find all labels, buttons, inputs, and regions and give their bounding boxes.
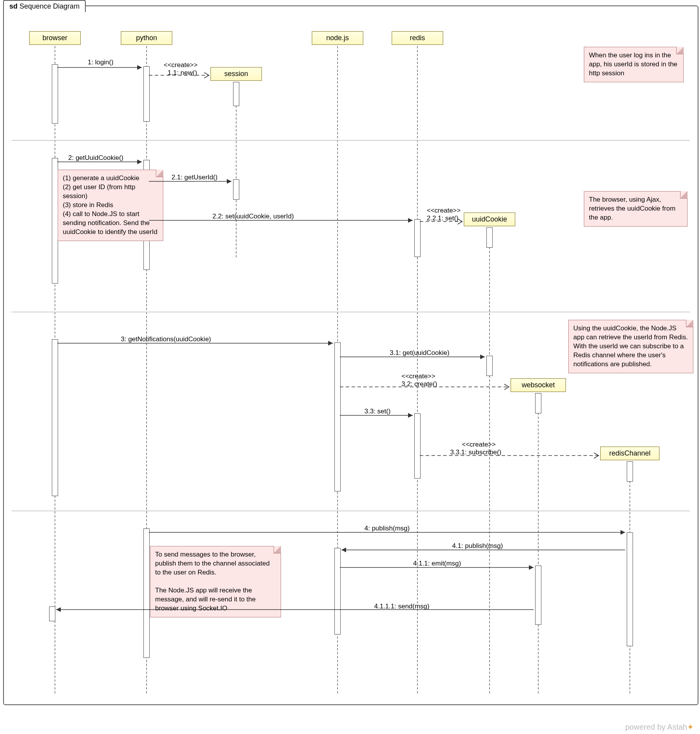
diagram-title-prefix: sd: [9, 2, 18, 10]
message-label: 2.2: set(uuidCookie, userId): [212, 213, 294, 220]
diagram-title-text: Sequence Diagram: [19, 2, 80, 10]
message-label: 2: getUuidCookie(): [68, 154, 124, 162]
lifeline-label: websocket: [521, 381, 555, 389]
diagram-title: sd Sequence Diagram: [3, 0, 86, 12]
message-label: 4: publish(msg): [364, 525, 410, 532]
activation-bar: [233, 82, 239, 106]
note-fold-icon: [156, 170, 163, 177]
activation-bar: [52, 158, 58, 284]
lifeline-label: python: [136, 34, 157, 42]
message-label: 2.1: getUserId(): [171, 174, 217, 181]
activation-bar: [627, 461, 633, 482]
note-fold-icon: [686, 320, 693, 327]
note: (1) generate a uuidCookie (2) get user I…: [58, 170, 163, 241]
message-label: <<create>>: [427, 207, 461, 215]
message-label: <<create>>: [462, 441, 496, 449]
activation-bar: [233, 179, 239, 200]
note-text: The browser, using Ajax, retrieves the u…: [589, 196, 675, 221]
note-fold-icon: [680, 191, 688, 199]
lifeline-python: python: [121, 31, 172, 45]
message-label: 3.3: set(): [364, 408, 391, 415]
note-text: To send messages to the browser, publish…: [155, 551, 270, 576]
activation-bar: [414, 413, 421, 479]
note-text: When the user log ins in the app, his us…: [589, 51, 677, 77]
note-text: (4) call to Node.JS to start sending not…: [63, 210, 157, 236]
footer-text: powered by Astah: [625, 723, 687, 731]
activation-bar: [49, 606, 55, 621]
lifeline-nodejs: node.js: [312, 31, 363, 45]
message-label: 4.1.1.1: send(msg): [374, 603, 430, 610]
note-fold-icon: [274, 546, 281, 553]
note-text: (1) generate a uuidCookie: [63, 174, 140, 182]
lifeline-label: session: [224, 70, 248, 78]
lifeline-label: redisChannel: [609, 449, 651, 457]
lifeline-label: redis: [410, 34, 425, 42]
sequence-diagram-canvas: { "frame_title_prefix": "sd", "frame_tit…: [0, 0, 700, 734]
message-label: 1.1: new(): [168, 69, 197, 77]
activation-bar: [143, 528, 150, 658]
message-label: <<create>>: [401, 372, 435, 380]
lifeline-redis: redis: [392, 31, 443, 45]
message-label: 3.1: get(uuidCookie): [390, 349, 449, 357]
message-label: <<create>>: [164, 61, 198, 69]
message-label: 2.2.1: set(): [427, 215, 458, 222]
activation-bar: [52, 64, 58, 124]
activation-bar: [486, 227, 493, 248]
message-label: 4.1: publish(msg): [452, 542, 503, 550]
lifeline-line: [489, 227, 490, 693]
activation-bar: [143, 66, 150, 122]
lifeline-label: browser: [42, 34, 67, 42]
lifeline-line: [417, 46, 418, 693]
astah-icon: ✦: [687, 723, 694, 731]
note-text: The Node.JS app will receive the message…: [155, 587, 256, 612]
activation-bar: [414, 219, 421, 257]
lifeline-session: session: [210, 67, 262, 81]
message-label: 1: login(): [88, 59, 113, 66]
note: To send messages to the browser, publish…: [150, 546, 281, 617]
activation-bar: [334, 548, 341, 635]
lifeline-websocket: websocket: [511, 378, 566, 392]
activation-bar: [535, 566, 541, 625]
footer-watermark: powered by Astah✦: [625, 722, 694, 732]
message-label: 3.2: create(): [401, 380, 437, 388]
note-text: (3) store in Redis: [63, 201, 113, 209]
note: The browser, using Ajax, retrieves the u…: [584, 191, 688, 227]
message-label: 3: getNotifications(uuidCookie): [121, 335, 211, 343]
activation-bar: [334, 342, 341, 491]
lifeline-line: [236, 82, 237, 257]
lifeline-uuidcookie: uuidCookie: [464, 213, 515, 226]
lifeline-redischannel: redisChannel: [600, 447, 659, 460]
lifeline-browser: browser: [29, 31, 81, 45]
lifeline-label: node.js: [326, 34, 349, 42]
note: When the user log ins in the app, his us…: [584, 47, 684, 82]
lifeline-label: uuidCookie: [472, 215, 507, 223]
activation-bar: [486, 356, 493, 376]
note-text: (2) get user ID (from http session): [63, 183, 135, 200]
activation-bar: [52, 339, 58, 496]
message-label: 4.1.1: emit(msg): [413, 560, 461, 567]
message-label: 3.3.1: subscribe(): [450, 449, 501, 456]
note-fold-icon: [676, 47, 684, 54]
activation-bar: [535, 393, 541, 413]
note: Using the uuidCookie, the Node.JS app ca…: [568, 320, 693, 373]
note-text: Using the uuidCookie, the Node.JS app ca…: [573, 324, 688, 368]
activation-bar: [627, 532, 633, 646]
lifeline-line: [538, 393, 539, 693]
